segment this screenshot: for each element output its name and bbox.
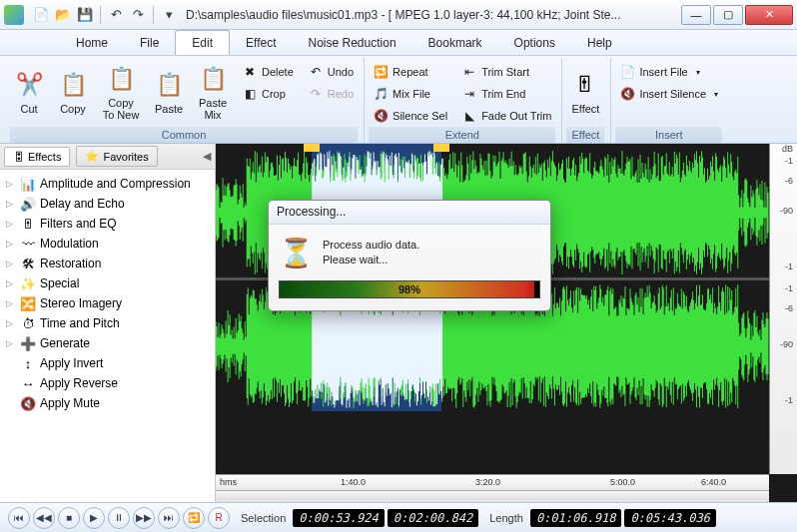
record-button[interactable]: R [208,507,230,529]
crop-button[interactable]: ◧Crop [236,84,300,104]
copy-icon: 📋 [57,69,89,101]
waveform-area[interactable]: dB -1 -6 -90 -1 -1 -6 -90 -1 hms 1:40.0 … [216,144,797,502]
menu-options[interactable]: Options [498,30,571,55]
tree-item[interactable]: 🔇Apply Mute [2,393,213,413]
tree-item[interactable]: ▷➕Generate [2,333,213,353]
pause-button[interactable]: ⏸ [108,507,130,529]
copy-to-new-button[interactable]: 📋Copy To New [96,58,146,124]
dialog-message: Process audio data. Please wait... [323,238,419,267]
qat-dropdown-icon[interactable]: ▾ [160,6,178,24]
skip-end-button[interactable]: ⏭ [158,507,180,529]
tree-item[interactable]: ▷✨Special [2,273,213,293]
expand-icon[interactable]: ▷ [6,219,16,229]
ribbon-group-common: ✂️Cut 📋Copy 📋Copy To New 📋Paste 📋Paste M… [8,58,365,143]
tree-item[interactable]: ▷🔀Stereo Imagery [2,293,213,313]
qat-open-icon[interactable]: 📂 [54,6,72,24]
effect-button[interactable]: 🎚Effect [564,58,606,124]
insert-silence-button[interactable]: 🔇Insert Silence▾ [613,84,724,104]
trim-start-button[interactable]: ⇤Trim Start [455,62,557,82]
repeat-button[interactable]: 🔁Repeat [367,62,453,82]
mix-file-button[interactable]: 🎵Mix File [367,84,453,104]
tab-favorites[interactable]: ⭐Favorites [76,146,157,167]
redo-button[interactable]: ↷Redo [302,84,360,104]
expand-icon[interactable]: ▷ [6,199,16,209]
expand-icon[interactable]: ▷ [6,239,16,249]
qat-redo-icon[interactable]: ↷ [129,6,147,24]
trim-end-button[interactable]: ⇥Trim End [455,84,557,104]
fade-icon: ◣ [461,108,477,124]
tree-item[interactable]: ▷〰Modulation [2,234,213,254]
forward-button[interactable]: ▶▶ [133,507,155,529]
qat-new-icon[interactable]: 📄 [32,6,50,24]
minimize-button[interactable]: — [681,5,711,25]
delay-icon: 🔊 [20,196,36,212]
expand-icon[interactable]: ▷ [6,259,16,268]
fade-out-trim-button[interactable]: ◣Fade Out Trim [455,106,557,126]
length-time-a: 0:01:06.918 [530,509,621,527]
close-button[interactable]: ✕ [745,5,793,25]
progress-bar: 98% [279,280,540,298]
cut-button[interactable]: ✂️Cut [8,58,50,124]
crop-icon: ◧ [242,86,258,102]
menu-effect[interactable]: Effect [230,30,292,55]
window-controls: — ▢ ✕ [679,5,793,25]
expand-icon[interactable]: ▷ [6,338,16,348]
processing-dialog: Processing... ⏳ Process audio data. Plea… [268,200,551,311]
transport-bar: ⏮ ◀◀ ■ ▶ ⏸ ▶▶ ⏭ 🔁 R Selection 0:00:53.92… [0,502,797,532]
tree-item[interactable]: ▷📊Amplitude and Compression [2,174,213,194]
main-area: 🎛Effects ⭐Favorites ◀ ▷📊Amplitude and Co… [0,144,797,502]
effects-tree[interactable]: ▷📊Amplitude and Compression ▷🔊Delay and … [0,170,215,502]
menu-help[interactable]: Help [571,30,628,55]
app-icon [4,5,24,25]
silence-sel-button[interactable]: 🔇Silence Sel [367,106,453,126]
group-label: Common [10,127,358,143]
paste-mix-icon: 📋 [197,63,229,95]
pin-icon[interactable]: ◀ [203,150,211,163]
reverse-icon: ↔ [20,375,36,391]
tree-item[interactable]: ▷⏱Time and Pitch [2,313,213,333]
ribbon-group-insert: 📄Insert File▾ 🔇Insert Silence▾ Insert [613,58,728,143]
skip-start-button[interactable]: ⏮ [8,507,30,529]
tab-effects[interactable]: 🎛Effects [4,147,70,167]
tree-item[interactable]: ↔Apply Reverse [2,373,213,393]
play-button[interactable]: ▶ [83,507,105,529]
chevron-down-icon: ▾ [696,68,700,77]
tree-item[interactable]: ↕Apply Invert [2,353,213,373]
qat-undo-icon[interactable]: ↶ [107,6,125,24]
tree-item[interactable]: ▷🔊Delay and Echo [2,194,213,214]
progress-remaining [534,281,539,297]
menu-noise-reduction[interactable]: Noise Reduction [293,30,412,55]
tree-item[interactable]: ▷🛠Restoration [2,254,213,273]
copy-new-icon: 📋 [105,63,137,95]
menu-bookmark[interactable]: Bookmark [412,30,498,55]
expand-icon[interactable]: ▷ [6,179,16,189]
delete-icon: ✖ [242,64,258,80]
undo-button[interactable]: ↶Undo [302,62,360,82]
qat-save-icon[interactable]: 💾 [76,6,94,24]
rewind-button[interactable]: ◀◀ [33,507,55,529]
paste-button[interactable]: 📋Paste [148,58,190,124]
insert-file-button[interactable]: 📄Insert File▾ [613,62,724,82]
insert-silence-icon: 🔇 [619,86,635,102]
stop-button[interactable]: ■ [58,507,80,529]
expand-icon[interactable]: ▷ [6,298,16,308]
menu-file[interactable]: File [124,30,175,55]
paste-mix-button[interactable]: 📋Paste Mix [192,58,234,124]
ribbon-group-effect: 🎚Effect Effect [564,58,611,143]
expand-icon[interactable]: ▷ [6,318,16,328]
titlebar: 📄 📂 💾 ↶ ↷ ▾ D:\samples\audio files\music… [0,0,797,30]
menu-home[interactable]: Home [60,30,124,55]
redo-icon: ↷ [308,86,324,102]
tree-item[interactable]: ▷🎚Filters and EQ [2,214,213,234]
menu-edit[interactable]: Edit [175,30,230,55]
group-label: Extend [369,127,555,143]
loop-button[interactable]: 🔁 [183,507,205,529]
delete-button[interactable]: ✖Delete [236,62,300,82]
horizontal-scrollbar[interactable] [216,490,769,502]
maximize-button[interactable]: ▢ [713,5,743,25]
copy-button[interactable]: 📋Copy [52,58,94,124]
separator [100,6,101,24]
timeline[interactable]: hms 1:40.0 3:20.0 5:00.0 6:40.0 [216,474,769,490]
expand-icon[interactable]: ▷ [6,278,16,288]
time-icon: ⏱ [20,315,36,331]
